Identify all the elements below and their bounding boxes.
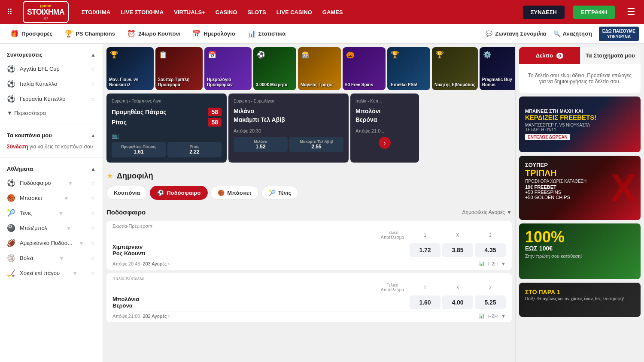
calendar-promo-icon: 📅: [208, 51, 216, 59]
live-bet-btn-home[interactable]: Προμηθέας Πάτρας 1.61: [112, 142, 166, 157]
site-logo[interactable]: game SΤΟίΧΗΜΑ .gr: [23, 1, 69, 24]
nav-prosfores[interactable]: 🎁 Προσφορές: [5, 27, 58, 40]
sidebar-mpasket[interactable]: 🏀 Μπάσκετ ▼ ☆: [0, 190, 103, 205]
nav-imerologio[interactable]: 📅 Ημερολόγιο: [187, 27, 240, 40]
nav-games[interactable]: GAMES: [318, 6, 347, 18]
ps-banner-highlight: ΚΕΡΔΙΖΕΙΣ FREEBETS!: [525, 114, 596, 121]
sidebar-volei[interactable]: 🏐 Βόλεϊ ▼ ☆: [0, 250, 103, 265]
promo-card-pragmatic[interactable]: ⚙️ Pragmatic Buy Bonus: [480, 47, 515, 90]
promo-card-imerologio[interactable]: 📅 Ημερολόγιο Προσφορών: [204, 47, 252, 90]
eggrafi-button[interactable]: ΕΓΓΡΑΦΗ: [573, 6, 615, 19]
star-icon-3: ☆: [90, 96, 96, 103]
nav-statistika[interactable]: 📊 Στατιστικά: [242, 27, 291, 40]
mc2-agores-btn[interactable]: 202 Αγορές ›: [143, 314, 170, 319]
nav-live-casino[interactable]: LIVE CASINO: [272, 6, 316, 18]
100-banner-eos: ΕΩΣ 100€: [525, 245, 553, 252]
secondary-navigation: 🎁 Προσφορές 🏆 PS Champions ⏰ 24ωρο Κουπό…: [0, 24, 644, 44]
agores-dropdown[interactable]: Δημοφιλείς Αγορές ▼: [462, 209, 512, 215]
promo-card-magikos[interactable]: 🎰 Μαγικός Τροχός: [298, 47, 341, 90]
hamburger-icon[interactable]: ☰: [623, 5, 639, 19]
sidebar-podosfairo[interactable]: ⚽ Ποδόσφαιρο ▼ ☆: [0, 175, 103, 190]
star-icon: ☆: [90, 66, 96, 72]
promo-card-triple-title: Σούπερ Τριπλή Προσφορά: [158, 77, 200, 87]
soccer-icon-2: ⚽: [7, 80, 15, 88]
sport-tabs: Κουπόνια ⚽ Ποδόσφαιρο 🏀 Μπάσκετ 🎾 Τένις: [106, 186, 512, 200]
grid-menu-icon[interactable]: ⠿: [5, 6, 14, 18]
mc2-h2h-chevron-icon: ▼: [501, 314, 506, 319]
live-team6-name: Βερόνα: [355, 116, 377, 123]
mc1-agores-btn[interactable]: 203 Αγορές ›: [143, 261, 170, 266]
promo-card-triple[interactable]: 📋 Σούπερ Τριπλή Προσφορά: [155, 47, 203, 90]
triple-banner-sub1: ΠΡΟΣΦΟΡΑ ΧΩΡΙΣ ΚΑΤΑΘΕΣΗ: [525, 179, 586, 184]
gear-promo-icon: ⚙️: [483, 51, 492, 59]
m2-away-odds: 2.55: [311, 144, 321, 150]
promo-card-metriti[interactable]: ⚽ 3.000€ Μετρητά: [253, 47, 296, 90]
mc1-telic-row: Τελικό Αποτέλεσμα 1 Χ 2: [106, 229, 512, 240]
sidebar-item-agglia[interactable]: ⚽ Αγγλία EFL Cup ☆: [0, 61, 103, 76]
ps-champions-banner[interactable]: ΜΠΑΙΝΕΙΣ ΣΤΗ ΜΑΧΗ ΚΑΙ ΚΕΡΔΙΖΕΙΣ FREEBETS…: [519, 97, 641, 152]
coupon-sindesi-link[interactable]: Σύνδεση: [7, 144, 28, 150]
mc2-odds-1[interactable]: 1.60: [410, 296, 440, 309]
syntokefseis-section: Συντομεύσεις ▲ ⚽ Αγγλία EFL Cup ☆ ⚽ Ιταλ…: [0, 44, 103, 124]
mc2-h2h[interactable]: 📊 H2H ▼: [479, 313, 506, 319]
nav-live-stoixima[interactable]: LIVE ΣΤΟΙΧΗΜΑ: [116, 6, 168, 18]
nav-24wro[interactable]: ⏰ 24ωρο Κουπόνι: [122, 27, 185, 40]
tenis-chevron-icon: ▼: [58, 210, 64, 217]
athlimata-chevron-icon: ▲: [91, 166, 96, 172]
promo-card-free-spins[interactable]: 🎃 60 Free Spins: [343, 47, 386, 90]
tab-mpasket[interactable]: 🏀 Μπάσκετ: [210, 186, 259, 200]
nav-casino[interactable]: CASINO: [211, 6, 242, 18]
mc2-odds-2[interactable]: 5.25: [475, 296, 506, 309]
live-bet-btn-m2-away[interactable]: Μακάμπι Τελ Αβίβ 2.55: [289, 137, 343, 152]
tv-icon[interactable]: 📺: [112, 132, 119, 139]
match3-nav-btn[interactable]: ›: [379, 137, 391, 149]
tab-podosfairo[interactable]: ⚽ Ποδόσφαιρο: [150, 186, 208, 200]
sidebar-amerikaniko[interactable]: 🏈 Αμερικάνικο Ποδόσ... ▼ ☆: [0, 235, 103, 250]
sidebar-item-germania[interactable]: ⚽ Γερμανία Κύπελλο ☆: [0, 91, 103, 106]
mc1-odds-val-1: 1.72: [411, 247, 439, 253]
super-triple-banner[interactable]: X ΣΟΥΠΕΡ ΤΡΙΠΛΗ ΠΡΟΣΦΟΡΑ ΧΩΡΙΣ ΚΑΤΑΘΕΣΗ …: [519, 156, 641, 220]
coupon-signin-text: Σύνδεση για να δεις τα κουπόνια σου: [0, 142, 103, 153]
mc1-odds-1[interactable]: 1.72: [410, 243, 440, 257]
betslip-tab-stoixima[interactable]: Τα Στοιχήματά μου: [580, 47, 641, 64]
live-bet-btn-m2-home[interactable]: Μιλάνο 1.52: [234, 137, 288, 152]
nav-stoixima[interactable]: ΣΤΟΙΧΗΜΑ: [77, 6, 115, 18]
betslip-tab-deltio[interactable]: Δελτίο 0: [519, 47, 580, 64]
promo-card-battles[interactable]: 🏆 Έπαθλο PS5!: [387, 47, 430, 90]
live-team5-name: Μπολόνι: [355, 108, 380, 115]
search-button[interactable]: 🔍 Αναζήτηση: [553, 30, 592, 37]
mc2-odds-x[interactable]: 4.00: [442, 296, 473, 309]
content-area: 🏆 Μαν. Γιουν. vs Νιούκαστλ 📋 Σούπερ Τριπ…: [103, 44, 515, 362]
logo-main: SΤΟίΧΗΜΑ: [27, 8, 64, 17]
nav-ps-champions[interactable]: 🏆 PS Champions: [59, 27, 120, 40]
promo-card-nikitis[interactable]: 🏆 Νικητής Εβδομάδας: [432, 47, 478, 90]
sidebar-tenis[interactable]: 🎾 Τένις ▼ ☆: [0, 205, 103, 220]
nav-virtuals[interactable]: VIRTUALS+: [170, 6, 210, 18]
mc1-h2h[interactable]: 📊 H2H ▼: [479, 261, 506, 266]
sidebar-mpeizmpol[interactable]: 🎱 Μπέιζμπολ ▼ ☆: [0, 220, 103, 235]
live-chat-button[interactable]: 💬 Ζωντανή Συνομιλία: [486, 30, 546, 37]
sidebar-xokei[interactable]: 🏒 Χόκεϊ επί πάγου ▼ ☆: [0, 265, 103, 281]
tab-tenis[interactable]: 🎾 Τένις: [261, 186, 298, 200]
ps-champions-label: PS Champions: [76, 30, 115, 37]
triple-banner-title: ΣΟΥΠΕΡ: [525, 162, 548, 168]
mc2-league: Ιταλία-Κύπελλο: [106, 273, 512, 281]
mc1-odds-2[interactable]: 4.35: [475, 243, 506, 257]
kouponia-header[interactable]: Τα κουπόνια μου ▲: [0, 129, 103, 142]
tab-kouponia[interactable]: Κουπόνια: [106, 186, 147, 200]
promo-card-magikos-title: Μαγικός Τροχός: [301, 82, 338, 87]
100-banner[interactable]: 100% ΕΩΣ 100€ Στην πρώτη σου κατάθεση!: [519, 223, 641, 279]
syntokefseis-header[interactable]: Συντομεύσεις ▲: [0, 48, 103, 61]
promo-card-ps-champions[interactable]: 🏆 Μαν. Γιουν. vs Νιούκαστλ: [106, 47, 154, 90]
para1-banner[interactable]: ΣΤΟ ΠΑΡΑ 1 Παίξε 4+ αγώνες και αν χάσεις…: [519, 283, 641, 317]
athlimata-header[interactable]: Αθλήματα ▲: [0, 162, 103, 175]
perissotero-toggle[interactable]: ▼ Περισσότερα: [0, 106, 103, 120]
sidebar-item-italia[interactable]: ⚽ Ιταλία Κύπελλο ☆: [0, 76, 103, 91]
live-bet-btn-away[interactable]: Ρίτας 2.22: [167, 142, 222, 157]
mc1-odds-x[interactable]: 3.85: [442, 243, 473, 257]
promo-card-battles-title: Έπαθλο PS5!: [390, 82, 428, 87]
nav-slots[interactable]: SLOTS: [243, 6, 270, 18]
live-bet-row-2: Μιλάνο 1.52 Μακάμπι Τελ Αβίβ 2.55: [234, 137, 343, 152]
sindesin-button[interactable]: ΣΥΝΔΕΣΗ: [523, 6, 565, 19]
volei-chevron-icon: ▼: [58, 255, 64, 262]
